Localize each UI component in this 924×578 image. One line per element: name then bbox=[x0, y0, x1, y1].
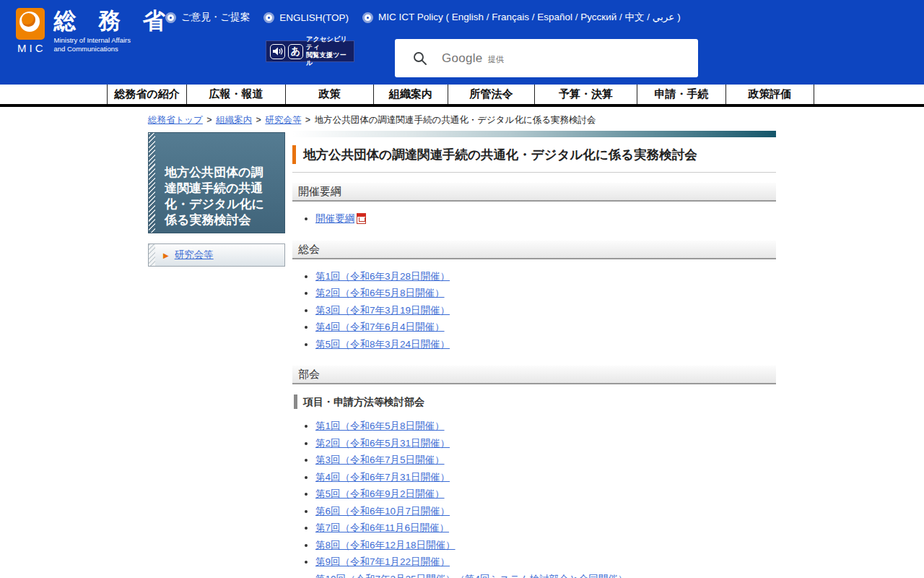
nav-item[interactable]: 政策評価 bbox=[725, 85, 814, 104]
meeting-link[interactable]: 第4回（令和7年6月4日開催） bbox=[315, 322, 445, 332]
utility-links: ご意見・ご提案ENGLISH(TOP)MIC ICT Policy ( Engl… bbox=[167, 11, 681, 24]
circle-bullet-icon bbox=[365, 14, 371, 21]
meeting-link[interactable]: 第5回（令和8年3月24日開催） bbox=[315, 339, 450, 350]
utility-link-label: MIC ICT Policy ( English / Français / Es… bbox=[378, 11, 681, 24]
meeting-link[interactable]: 第2回（令和6年5月8日開催） bbox=[315, 288, 445, 298]
page-title-wrap: 地方公共団体の調達関連手続の共通化・デジタル化に係る実務検討会 bbox=[292, 145, 776, 173]
utility-link-label: ENGLISH(TOP) bbox=[279, 12, 349, 23]
list-item: 第1回（令和6年5月8日開催） bbox=[315, 418, 776, 435]
nav-item[interactable]: 広報・報道 bbox=[186, 85, 285, 104]
circle-bullet-icon bbox=[167, 14, 174, 21]
page: MIC 総 務 省 Ministry of Internal Affairs a… bbox=[0, 0, 924, 578]
breadcrumb-separator: > bbox=[204, 115, 214, 125]
meeting-link[interactable]: 第2回（令和6年5月31日開催） bbox=[315, 438, 450, 449]
sidebar-menu-link[interactable]: 研究会等 bbox=[175, 249, 214, 262]
list-item: 第4回（令和6年7月31日開催） bbox=[315, 469, 776, 486]
breadcrumb-link[interactable]: 研究会等 bbox=[265, 115, 301, 125]
list-item: 第9回（令和7年1月22日開催） bbox=[315, 553, 776, 571]
list-item: 第5回（令和6年9月2日開催） bbox=[315, 486, 776, 503]
header-utility-link[interactable]: MIC ICT Policy ( English / Français / Es… bbox=[365, 11, 681, 24]
section-heading: 開催要綱 bbox=[292, 183, 776, 202]
sections: 開催要綱開催要綱総会第1回（令和6年3月28日開催）第2回（令和6年5月8日開催… bbox=[292, 183, 776, 578]
utility-link-label: ご意見・ご提案 bbox=[181, 11, 250, 24]
meeting-link[interactable]: 第1回（令和6年5月8日開催） bbox=[315, 420, 445, 431]
list-item: 第2回（令和6年5月31日開催） bbox=[315, 435, 776, 452]
sidebar-title-banner: 地方公共団体の調 達関連手続の共通 化・デジタル化に 係る実務検討会 bbox=[148, 132, 285, 233]
mic-logo-icon bbox=[16, 8, 45, 40]
header-utility-link[interactable]: ENGLISH(TOP) bbox=[266, 12, 349, 23]
breadcrumb-link[interactable]: 組織案内 bbox=[216, 115, 252, 125]
nav-item[interactable]: 政策 bbox=[285, 85, 373, 104]
list-item: 第4回（令和7年6月4日開催） bbox=[315, 319, 776, 336]
section-subheading: 項目・申請方法等検討部会 bbox=[294, 394, 776, 409]
breadcrumb-separator: > bbox=[302, 115, 313, 125]
accessibility-tool-label: アクセシビリティ 閲覧支援ツール bbox=[306, 35, 350, 66]
arrow-right-icon: ▶ bbox=[163, 251, 169, 259]
meeting-link[interactable]: 第3回（令和6年7月5日開催） bbox=[315, 454, 445, 465]
list-item: 第1回（令和6年3月28日開催） bbox=[315, 268, 776, 285]
search-input[interactable]: Google 提供 bbox=[395, 39, 698, 77]
meeting-list: 第1回（令和6年3月28日開催）第2回（令和6年5月8日開催）第3回（令和7年3… bbox=[292, 268, 776, 353]
list-item: 第3回（令和7年3月19日開催） bbox=[315, 302, 776, 319]
ministry-name-en: Ministry of Internal Affairs and Communi… bbox=[54, 36, 173, 55]
section-heading: 総会 bbox=[292, 241, 776, 259]
nav-item[interactable]: 予算・決算 bbox=[534, 85, 637, 104]
breadcrumb-current: 地方公共団体の調達関連手続の共通化・デジタル化に係る実務検討会 bbox=[315, 115, 596, 125]
content-section: 部会項目・申請方法等検討部会第1回（令和6年5月8日開催）第2回（令和6年5月3… bbox=[292, 366, 776, 578]
nav-item[interactable]: 所管法令 bbox=[448, 85, 534, 104]
meeting-link[interactable]: 第9回（令和7年1月22日開催） bbox=[315, 556, 450, 567]
breadcrumb-separator: > bbox=[253, 115, 263, 125]
accessibility-tool-button[interactable]: あ アクセシビリティ 閲覧支援ツール bbox=[266, 40, 354, 62]
main-nav-list: 総務省の紹介広報・報道政策組織案内所管法令予算・決算申請・手続政策評価 bbox=[107, 85, 814, 104]
list-item: 第6回（令和6年10月7日開催） bbox=[315, 503, 776, 520]
list-item: 第8回（令和6年12月18日開催） bbox=[315, 537, 776, 554]
content-section: 開催要綱開催要綱 bbox=[292, 183, 776, 228]
list-item: 第3回（令和6年7月5日開催） bbox=[315, 452, 776, 469]
site-header: MIC 総 務 省 Ministry of Internal Affairs a… bbox=[0, 0, 924, 85]
search-provider-label: Google bbox=[442, 51, 483, 66]
circle-bullet-icon bbox=[266, 14, 272, 21]
meeting-list: 開催要綱 bbox=[292, 210, 776, 228]
breadcrumb-link[interactable]: 総務省トップ bbox=[148, 115, 203, 125]
meeting-link[interactable]: 第7回（令和6年11月6日開催） bbox=[315, 522, 449, 533]
ministry-name-ja: 総 務 省 bbox=[54, 8, 173, 34]
breadcrumb: 総務省トップ > 組織案内 > 研究会等 > 地方公共団体の調達関連手続の共通化… bbox=[148, 114, 596, 126]
meeting-list: 第1回（令和6年5月8日開催）第2回（令和6年5月31日開催）第3回（令和6年7… bbox=[292, 418, 776, 578]
mic-logo-acronym: MIC bbox=[14, 42, 46, 54]
speaker-icon bbox=[270, 44, 285, 59]
meeting-link[interactable]: 第5回（令和6年9月2日開催） bbox=[315, 488, 445, 499]
meeting-link[interactable]: 第1回（令和6年3月28日開催） bbox=[315, 271, 450, 282]
sidebar-item-kenkyukai[interactable]: ▶ 研究会等 bbox=[148, 243, 285, 267]
meeting-link[interactable]: 開催要綱 bbox=[315, 213, 354, 224]
meeting-link[interactable]: 第3回（令和7年3月19日開催） bbox=[315, 305, 450, 316]
section-heading: 部会 bbox=[292, 366, 776, 384]
search-provided-by-label: 提供 bbox=[488, 54, 504, 65]
list-item: 開催要綱 bbox=[315, 210, 776, 228]
kana-icon: あ bbox=[288, 44, 303, 59]
mic-logo[interactable]: MIC 総 務 省 Ministry of Internal Affairs a… bbox=[14, 8, 173, 54]
global-nav: 総務省の紹介広報・報道政策組織案内所管法令予算・決算申請・手続政策評価 bbox=[0, 85, 924, 107]
meeting-link[interactable]: 第10回（令和7年2月25日開催）（第4回システム検討部会と合同開催） bbox=[315, 574, 627, 578]
mic-logo-mark-wrap: MIC bbox=[14, 8, 46, 54]
search-icon bbox=[412, 51, 427, 66]
list-item: 第7回（令和6年11月6日開催） bbox=[315, 519, 776, 537]
meeting-link[interactable]: 第8回（令和6年12月18日開催） bbox=[315, 540, 456, 551]
nav-item[interactable]: 申請・手続 bbox=[637, 85, 725, 104]
nav-item[interactable]: 組織案内 bbox=[373, 85, 448, 104]
content-section: 総会第1回（令和6年3月28日開催）第2回（令和6年5月8日開催）第3回（令和7… bbox=[292, 241, 776, 353]
main-content: 地方公共団体の調達関連手続の共通化・デジタル化に係る実務検討会 開催要綱開催要綱… bbox=[292, 131, 776, 578]
meeting-link[interactable]: 第4回（令和6年7月31日開催） bbox=[315, 472, 450, 483]
list-item: 第2回（令和6年5月8日開催） bbox=[315, 285, 776, 302]
list-item: 第5回（令和8年3月24日開催） bbox=[315, 336, 776, 353]
pdf-icon bbox=[357, 213, 366, 224]
nav-item[interactable]: 総務省の紹介 bbox=[107, 85, 186, 104]
decorative-gradient-bar bbox=[292, 131, 776, 137]
page-title: 地方公共団体の調達関連手続の共通化・デジタル化に係る実務検討会 bbox=[292, 145, 776, 164]
meeting-link[interactable]: 第6回（令和6年10月7日開催） bbox=[315, 506, 450, 517]
list-item: 第10回（令和7年2月25日開催）（第4回システム検討部会と合同開催） bbox=[315, 571, 776, 578]
header-utility-link[interactable]: ご意見・ご提案 bbox=[167, 11, 250, 24]
mic-logo-text: 総 務 省 Ministry of Internal Affairs and C… bbox=[54, 8, 173, 54]
